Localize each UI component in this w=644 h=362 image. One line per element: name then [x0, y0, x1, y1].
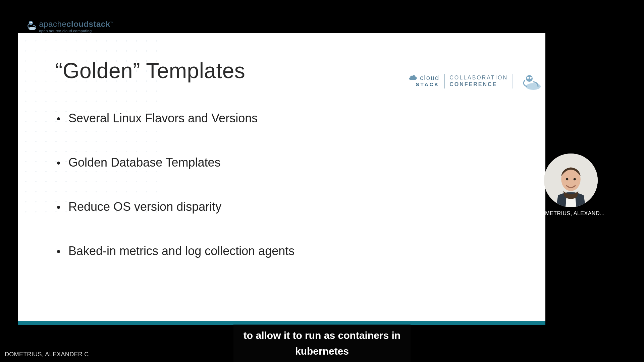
vertical-divider [444, 74, 445, 88]
svg-point-6 [30, 22, 31, 23]
video-conference-stage: cloud STACK COLLABORATION CONFERENCE [0, 0, 644, 362]
conf-title-line1: COLLABORATION [449, 74, 508, 81]
conference-logo: cloud STACK COLLABORATION CONFERENCE [409, 71, 541, 92]
monkey-mascot-icon [518, 72, 541, 90]
brand-word-apache: apache [39, 19, 66, 28]
svg-point-10 [566, 178, 568, 180]
svg-point-3 [530, 77, 532, 79]
cloudstack-mark: cloud STACK [409, 74, 439, 88]
svg-point-7 [31, 22, 32, 23]
speaker-name-label: DOMETRIUS, ALEXAND... [537, 210, 605, 217]
conf-word-stack: STACK [416, 81, 440, 88]
cloud-icon [409, 75, 418, 81]
live-captions: to allow it to run as containers in kube… [233, 324, 411, 362]
speaker-thumbnail[interactable]: DOMETRIUS, ALEXAND... [540, 154, 602, 217]
bullet-item: Reduce OS version disparity [57, 200, 294, 214]
svg-point-4 [29, 27, 36, 30]
vertical-divider [513, 74, 513, 88]
caption-line-1: to allow it to run as containers in [244, 328, 400, 344]
brand-text-block: apachecloudstack™ open source cloud comp… [39, 20, 113, 33]
bullet-list: Several Linux Flavors and Versions Golde… [57, 111, 294, 288]
slide-title: “Golden” Templates [55, 58, 245, 83]
brand-word-cloudstack: cloudstack [66, 19, 110, 28]
bullet-item: Golden Database Templates [57, 156, 294, 170]
svg-point-11 [573, 178, 576, 180]
bullet-item: Several Linux Flavors and Versions [57, 111, 294, 125]
svg-point-5 [29, 21, 33, 25]
presenter-name-tag: DOMETRIUS, ALEXANDER C [5, 351, 89, 358]
avatar [544, 154, 598, 207]
monkey-mascot-icon [26, 17, 36, 33]
conf-title-line2: CONFERENCE [449, 81, 508, 88]
brand-tagline: open source cloud computing [39, 29, 113, 33]
bullet-item: Baked-in metrics and log collection agen… [57, 244, 294, 258]
conference-title: COLLABORATION CONFERENCE [449, 74, 508, 88]
svg-point-2 [527, 77, 529, 79]
apachecloudstack-logo: apachecloudstack™ open source cloud comp… [26, 17, 113, 33]
conf-word-cloud: cloud [420, 74, 439, 81]
svg-point-1 [526, 75, 533, 82]
caption-line-2: kubernetes [244, 344, 400, 359]
brand-wordmark: apachecloudstack™ [39, 20, 113, 28]
